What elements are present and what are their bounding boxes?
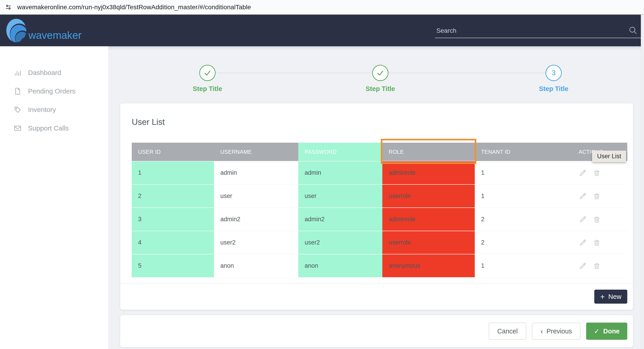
brand-logo[interactable]: wavemaker [6, 18, 82, 43]
edit-row-button[interactable] [579, 169, 586, 177]
delete-row-button[interactable] [593, 262, 600, 270]
search-input[interactable] [435, 24, 644, 38]
edit-row-button[interactable] [579, 192, 586, 200]
cell-actions [559, 161, 627, 184]
check-icon [203, 69, 212, 77]
edit-row-button[interactable] [579, 262, 586, 270]
cell-password: user2 [298, 231, 382, 254]
envelope-icon [14, 124, 22, 132]
trash-icon [593, 169, 600, 177]
tag-icon [14, 106, 22, 114]
sidebar-item-label: Dashboard [28, 69, 61, 76]
sidebar-item-dashboard[interactable]: Dashboard [0, 63, 108, 82]
edit-row-button[interactable] [579, 216, 586, 223]
sidebar-item-inventory[interactable]: Inventory [0, 100, 108, 119]
wizard-step-2[interactable]: Step Title [344, 65, 416, 92]
sidebar: Dashboard Pending Orders Inventory Suppo… [0, 46, 108, 349]
cell-password: user [298, 185, 382, 207]
step-label: Step Title [344, 85, 416, 92]
cell-username: user [214, 185, 298, 207]
cell-user-id: 1 [132, 161, 214, 184]
column-header-role[interactable]: ROLE [382, 143, 475, 161]
table-row: 5 anon anon anonymous 1 [132, 254, 627, 278]
cell-user-id: 3 [132, 208, 214, 231]
cell-username: admin [214, 161, 298, 184]
wizard-step-3[interactable]: 3 Step Title [518, 65, 590, 92]
site-settings-icon[interactable] [3, 2, 14, 12]
wizard-step-1[interactable]: Step Title [171, 65, 244, 92]
sidebar-item-support-calls[interactable]: Support Calls [0, 119, 108, 137]
sidebar-item-label: Support Calls [28, 124, 69, 132]
url-text[interactable]: wavemakeronline.com/run-nyj0x38qld/TestR… [17, 3, 251, 11]
browser-address-bar[interactable]: wavemakeronline.com/run-nyj0x38qld/TestR… [0, 0, 644, 15]
trash-icon [593, 193, 600, 200]
edit-row-button[interactable] [579, 239, 586, 247]
sidebar-item-label: Pending Orders [28, 87, 76, 95]
cell-tenant-id: 2 [475, 208, 559, 231]
main-content: Step Title Step Title 3 Step Title User … [108, 46, 644, 349]
cell-user-id: 2 [132, 185, 214, 207]
cancel-button-label: Cancel [497, 328, 518, 335]
document-icon [14, 87, 22, 95]
cell-username: anon [214, 254, 298, 277]
wizard-action-bar: Cancel ‹ Previous ✓ Done [120, 315, 633, 347]
sidebar-item-label: Inventory [28, 106, 56, 114]
cell-role: adminrole [382, 161, 475, 184]
step-done-circle[interactable] [199, 65, 216, 81]
previous-button[interactable]: ‹ Previous [532, 323, 580, 340]
cell-tenant-id: 1 [475, 185, 559, 207]
step-done-circle[interactable] [372, 65, 388, 81]
trash-icon [593, 216, 600, 223]
cell-username: user2 [214, 231, 298, 254]
panel-footer: + New [120, 283, 633, 310]
table-body: 1 admin admin adminrole 1 2 user user us… [132, 161, 627, 278]
cancel-button[interactable]: Cancel [489, 323, 526, 340]
delete-row-button[interactable] [593, 239, 600, 247]
column-header-password[interactable]: PASSWORD [298, 143, 382, 161]
pencil-icon [579, 169, 586, 177]
cell-actions [559, 254, 627, 277]
panel-title: User List [120, 103, 633, 127]
pencil-icon [579, 262, 586, 270]
step-label: Step Title [171, 85, 244, 92]
cell-role: adminrole [382, 208, 475, 231]
new-button[interactable]: + New [594, 290, 627, 304]
plus-icon: + [600, 293, 605, 301]
table-row: 3 admin2 admin2 adminrole 2 [132, 208, 627, 231]
table-row: 4 user2 user2 userrole 2 [132, 231, 627, 254]
cell-actions [559, 208, 627, 231]
check-icon: ✓ [594, 327, 600, 335]
column-header-user-id[interactable]: USER ID [132, 143, 214, 161]
bar-chart-icon [14, 69, 22, 77]
page-scrollbar[interactable] [641, 15, 644, 349]
cell-password: admin2 [298, 208, 382, 231]
chevron-left-icon: ‹ [540, 328, 543, 335]
column-header-username[interactable]: USERNAME [214, 143, 298, 161]
column-header-tenant-id[interactable]: TENANT ID [475, 143, 559, 161]
trash-icon [593, 239, 600, 246]
cell-password: admin [298, 161, 382, 184]
previous-button-label: Previous [546, 328, 572, 335]
cell-tenant-id: 1 [475, 254, 559, 277]
delete-row-button[interactable] [593, 192, 600, 200]
cell-user-id: 4 [132, 231, 214, 254]
cell-username: admin2 [214, 208, 298, 231]
cell-user-id: 5 [132, 254, 214, 277]
sidebar-item-pending-orders[interactable]: Pending Orders [0, 82, 108, 100]
search-icon[interactable] [628, 25, 638, 36]
done-button[interactable]: ✓ Done [586, 323, 627, 340]
pencil-icon [579, 193, 586, 200]
grid-tooltip: User List [592, 151, 626, 162]
wavemaker-wave-icon [6, 18, 28, 43]
cell-role: anonymous [382, 254, 475, 277]
step-number-circle[interactable]: 3 [546, 65, 562, 81]
cell-tenant-id: 2 [475, 231, 559, 254]
search-box [435, 24, 644, 38]
cell-role: userrole [382, 231, 475, 254]
trash-icon [593, 262, 600, 270]
cell-tenant-id: 1 [475, 161, 559, 184]
delete-row-button[interactable] [593, 169, 600, 177]
delete-row-button[interactable] [593, 216, 600, 223]
check-icon [376, 69, 384, 77]
step-label: Step Title [518, 85, 590, 92]
